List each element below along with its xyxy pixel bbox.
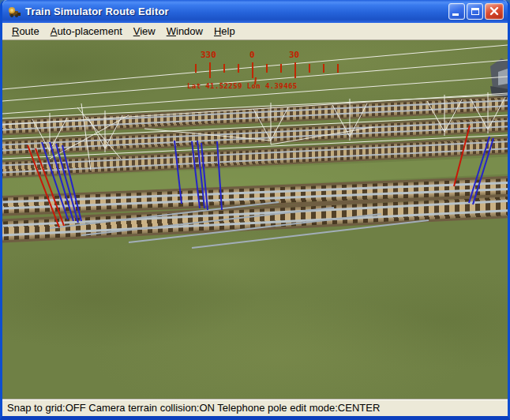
close-button[interactable] <box>485 3 504 20</box>
telephone-poles-blue <box>42 137 493 223</box>
window-title: Train Simulator Route Editor <box>25 6 169 17</box>
menu-route[interactable]: Route <box>6 24 45 39</box>
route-editor-3d-viewport[interactable]: 330 0 30 Lat 41.52259 Lon 4.39465 <box>2 40 508 399</box>
app-window: Train Simulator Route Editor Route Auto-… <box>0 0 510 420</box>
maximize-icon <box>471 8 479 15</box>
maximize-button[interactable] <box>467 3 483 20</box>
menu-window[interactable]: Window <box>161 24 208 39</box>
wireframe-gantries <box>32 92 505 171</box>
switch-rails <box>50 202 429 248</box>
statusbar: Snap to grid:OFF Camera terrain collisio… <box>2 399 508 415</box>
catenary-wires <box>2 45 508 159</box>
minimize-icon <box>452 13 459 16</box>
close-icon <box>486 4 503 19</box>
lat-lon-readout: Lat 41.52259 Lon 4.39465 <box>187 82 298 90</box>
compass-ticks <box>196 62 338 84</box>
scene-overlay <box>2 40 508 399</box>
window-controls <box>448 3 504 20</box>
menubar: Route Auto-placement View Window Help <box>2 23 508 40</box>
telephone-poles-red <box>28 126 470 227</box>
train-icon <box>8 6 22 18</box>
status-text: Snap to grid:OFF Camera terrain collisio… <box>7 402 380 414</box>
menu-help[interactable]: Help <box>208 24 241 39</box>
compass-label-330: 330 <box>201 50 216 60</box>
menu-view[interactable]: View <box>128 24 161 39</box>
menu-auto-placement[interactable]: Auto-placement <box>45 24 128 39</box>
titlebar[interactable]: Train Simulator Route Editor <box>2 0 508 23</box>
compass-label-0: 0 <box>249 50 255 60</box>
compass-label-30: 30 <box>289 50 299 60</box>
minimize-button[interactable] <box>448 3 465 20</box>
